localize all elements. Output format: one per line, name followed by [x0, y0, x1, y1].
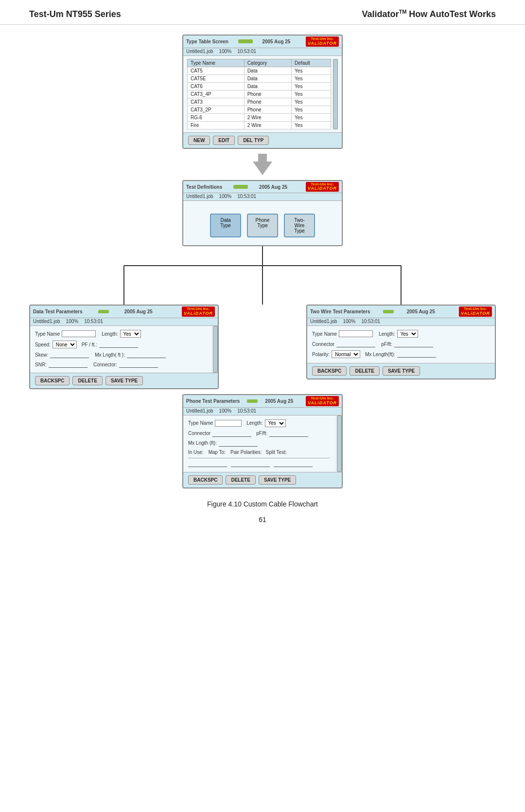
table-cell: Yes: [292, 67, 331, 74]
header-right: ValidatorTM How AutoTest Works: [362, 9, 496, 19]
type-table-time: 10:53:01: [237, 49, 256, 54]
tw-polarity-select[interactable]: Normal: [332, 350, 360, 358]
data-type-btn[interactable]: DataType: [210, 214, 241, 237]
type-table-filename: Untitled1.job: [186, 49, 213, 54]
phone-delete-button[interactable]: DELETE: [226, 475, 255, 485]
type-table-date: 2005 Aug 25: [262, 39, 290, 44]
data-test-subtitlebar: Untitled1.job 100% 10:53:01: [30, 318, 218, 326]
edit-button[interactable]: EDIT: [213, 136, 235, 145]
phone-in-use-label: In Use:: [188, 450, 204, 455]
tw-polarity-row: Polarity: Normal Mx Length(ft):: [312, 350, 490, 358]
type-table-screen: Type Table Screen 2005 Aug 25 Test-Um In…: [182, 35, 343, 149]
phone-test-buttons: BACKSPC DELETE SAVE TYPE: [183, 472, 342, 487]
snr-label: SNR:: [35, 362, 47, 367]
skew-value: [50, 351, 89, 358]
header-validator-post: How AutoTest Works: [406, 9, 496, 19]
data-test-title: Data Test Parameters: [33, 309, 83, 314]
top-section: Type Table Screen 2005 Aug 25 Test-Um In…: [29, 35, 496, 246]
col-category: Category: [244, 59, 291, 67]
data-brand-bottom: VALiDATOR: [184, 311, 213, 316]
table-cell: Yes: [292, 113, 331, 121]
two-wire-title: Two Wire Test Parameters: [310, 309, 370, 314]
table-row: Fire2 WireYes: [188, 121, 331, 129]
phone-val2: [231, 460, 270, 467]
phone-connector-value: [212, 430, 251, 437]
data-test-date: 2005 Aug 25: [124, 309, 153, 314]
type-table-scrollbar[interactable]: [333, 59, 338, 129]
data-test-screen: Data Test Parameters 2005 Aug 25 Test-Um…: [29, 305, 219, 389]
phone-test-zoom: 100%: [219, 408, 232, 414]
phone-mx-lngth-label: Mx Lngth (ft):: [188, 440, 217, 446]
two-wire-type-btn[interactable]: Two-WireType: [284, 214, 315, 237]
table-row: CAT3_2PPhoneYes: [188, 106, 331, 113]
arrow-down: [253, 154, 272, 175]
tw-polarity-label: Polarity:: [312, 352, 330, 357]
phone-map-to-label: Map To:: [209, 450, 226, 455]
brand-bottom: VALiDATOR: [308, 41, 337, 46]
del-typ-button[interactable]: DEL TYP: [238, 136, 269, 145]
tw-mx-length-label: Mx Length(ft):: [365, 352, 395, 357]
tw-length-label: Length:: [379, 331, 395, 337]
type-name-input[interactable]: [62, 330, 96, 337]
phone-test-titlebar: Phone Test Parameters 2005 Aug 25 Test-U…: [183, 395, 342, 408]
phone-brand-bottom: VALiDATOR: [308, 401, 337, 406]
table-cell: Data: [244, 82, 291, 90]
tw-type-name-input[interactable]: [339, 330, 373, 337]
type-name-label: Type Name: [35, 331, 60, 337]
col-type-name: Type Name: [188, 59, 245, 67]
phone-type-name-input[interactable]: [215, 420, 242, 427]
connector-label: Connector:: [93, 362, 117, 367]
data-test-scrollbar[interactable]: [213, 326, 218, 373]
type-buttons-row: DataType PhoneType Two-WireType: [188, 214, 337, 237]
two-wire-zoom: 100%: [343, 319, 356, 324]
table-cell: Yes: [292, 82, 331, 90]
two-wire-time: 10:53:01: [361, 319, 380, 324]
two-wire-titlebar: Two Wire Test Parameters 2005 Aug 25 Tes…: [307, 306, 495, 318]
phone-test-title: Phone Test Parameters: [186, 398, 240, 404]
type-table-titlebar: Type Table Screen 2005 Aug 25 Test-Um In…: [183, 36, 342, 48]
table-cell: 2 Wire: [244, 121, 291, 129]
phone-length-select[interactable]: Yes: [265, 419, 286, 427]
phone-connector-label: Connector: [188, 431, 210, 436]
phone-type-btn[interactable]: PhoneType: [247, 214, 278, 237]
phone-backspc-button[interactable]: BACKSPC: [188, 475, 223, 485]
two-wire-brand: Test-Um Inc. VALiDATOR: [459, 307, 492, 317]
phone-connector-row: Connector pF/ft:: [188, 430, 330, 437]
test-def-brand-bottom: VALiDATOR: [308, 186, 337, 191]
tw-connector-label: Connector: [312, 342, 334, 347]
tw-mx-length-value: [397, 351, 436, 358]
tw-backspc-button[interactable]: BACKSPC: [312, 366, 347, 376]
arrow-stem: [258, 154, 267, 162]
data-backspc-button[interactable]: BACKSPC: [35, 376, 70, 385]
data-test-titlebar: Data Test Parameters 2005 Aug 25 Test-Um…: [30, 306, 218, 318]
new-button[interactable]: NEW: [188, 136, 210, 145]
phone-section: Phone Test Parameters 2005 Aug 25 Test-U…: [29, 394, 496, 488]
table-cell: Yes: [292, 106, 331, 113]
snr-value: [49, 361, 88, 368]
type-table-zoom: 100%: [219, 49, 232, 54]
tw-length-select[interactable]: Yes: [397, 330, 418, 338]
type-table-body: Type Name Category Default CAT5DataYesCA…: [183, 56, 342, 132]
data-savetype-button[interactable]: SAVE TYPE: [105, 376, 143, 385]
phone-test-scrollbar[interactable]: [337, 415, 342, 472]
two-wire-subtitlebar: Untitled1.job 100% 10:53:01: [307, 318, 495, 326]
tw-savetype-button[interactable]: SAVE TYPE: [383, 366, 420, 376]
header-tm: TM: [399, 9, 406, 15]
phone-test-filename: Untitled1.job: [186, 408, 213, 414]
phone-mx-row: Mx Lngth (ft):: [188, 440, 330, 447]
mx-lngth-label: Mx Lngth( ft ):: [95, 352, 125, 358]
speed-label: Speed:: [35, 342, 51, 347]
phone-test-brand: Test-Um Inc. VALiDATOR: [306, 396, 339, 406]
test-def-title: Test Definitions: [186, 184, 222, 190]
test-def-screen: Test Definitions 2005 Aug 25 Test-Um Inc…: [182, 180, 343, 247]
table-cell: CAT3_4P: [188, 90, 245, 98]
data-test-buttons: BACKSPC DELETE SAVE TYPE: [30, 373, 218, 388]
phone-savetype-button[interactable]: SAVE TYPE: [259, 475, 296, 485]
table-row: RG-62 WireYes: [188, 113, 331, 121]
length-select[interactable]: Yes: [120, 330, 141, 338]
speed-select[interactable]: None: [52, 341, 77, 348]
phone-test-subtitlebar: Untitled1.job 100% 10:53:01: [183, 408, 342, 415]
bottom-screens-row: Data Test Parameters 2005 Aug 25 Test-Um…: [29, 305, 496, 389]
data-delete-button[interactable]: DELETE: [72, 376, 102, 385]
tw-delete-button[interactable]: DELETE: [350, 366, 379, 376]
